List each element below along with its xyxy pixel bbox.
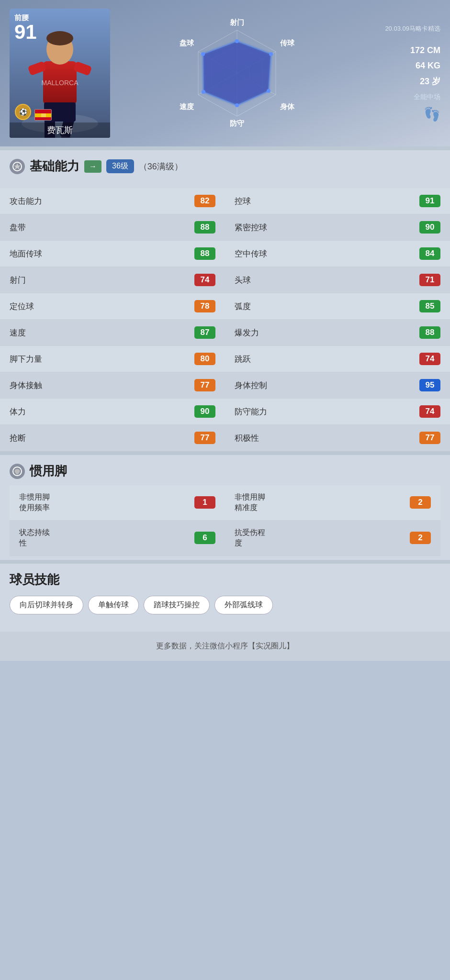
radar-label-top: 射门 — [230, 18, 244, 27]
divider-3 — [0, 560, 450, 564]
basic-ability-level-note: （36满级） — [139, 161, 183, 172]
foot-row: 非惯用脚精准度 2 — [225, 485, 440, 521]
divider-1 — [0, 146, 450, 150]
stat-row: 弧度 85 — [225, 293, 450, 320]
radar-chart: 射门 传球 身体 防守 速度 盘球 — [184, 21, 290, 126]
date-label: 20.03.09马略卡精选 — [369, 24, 440, 33]
stat-name: 定位球 — [10, 301, 34, 312]
radar-label-top-right: 传球 — [280, 39, 294, 48]
foot-label: 抗受伤程度 — [235, 527, 265, 549]
main-content: 基础能力 → 36级 （36满级） 攻击能力 82 控球 91 盘带 88 紧密… — [0, 146, 450, 632]
svg-point-30 — [269, 52, 273, 56]
svg-point-33 — [202, 90, 205, 94]
svg-text:MALLORCA: MALLORCA — [41, 79, 79, 87]
basic-ability-title: 基础能力 → 36级 （36满级） — [10, 158, 440, 175]
stat-name: 脚下力量 — [10, 354, 42, 365]
basic-ability-section: 基础能力 → 36级 （36满级） — [0, 150, 450, 188]
foot-value: 2 — [410, 532, 431, 544]
preferred-foot-section: 惯用脚 非惯用脚使用频率 1 非惯用脚精准度 2 状态持续性 6 抗受伤程度 2 — [0, 455, 450, 560]
player-medal: ⚽ — [14, 103, 32, 121]
foot-row: 状态持续性 6 — [10, 521, 225, 556]
header-card: MALLORCA 前腰 91 ⚽ 费瓦斯 — [0, 0, 450, 146]
skills-tags: 向后切球并转身单触传球踏球技巧操控外部弧线球 — [10, 596, 440, 614]
foot-row: 抗受伤程度 2 — [225, 521, 440, 556]
foot-icon: 👣 — [369, 106, 440, 122]
foot-grid: 非惯用脚使用频率 1 非惯用脚精准度 2 状态持续性 6 抗受伤程度 2 — [10, 485, 440, 556]
svg-point-6 — [46, 31, 73, 45]
stat-row: 地面传球 88 — [0, 241, 225, 267]
radar-label-bottom-left: 速度 — [180, 102, 194, 111]
stat-value: 74 — [194, 274, 215, 286]
divider-2 — [0, 451, 450, 455]
skill-tag[interactable]: 向后切球并转身 — [10, 596, 83, 614]
foot-row: 非惯用脚使用频率 1 — [10, 485, 225, 521]
foot-label: 非惯用脚精准度 — [235, 492, 265, 513]
header-right: 20.03.09马略卡精选 172 CM 64 KG 23 岁 全能中场 👣 — [364, 24, 440, 122]
stat-name: 地面传球 — [10, 248, 42, 259]
stat-name: 抢断 — [10, 433, 26, 444]
basic-ability-arrow[interactable]: → — [84, 160, 101, 173]
stat-name: 紧密控球 — [235, 222, 267, 233]
stat-row: 跳跃 74 — [225, 346, 450, 372]
skills-section: 球员技能 向后切球并转身单触传球踏球技巧操控外部弧线球 — [0, 564, 450, 622]
player-rating: 91 — [14, 22, 37, 42]
skill-tag[interactable]: 单触传球 — [88, 596, 139, 614]
stat-name: 防守能力 — [235, 406, 267, 417]
foot-value: 6 — [194, 532, 215, 544]
radar-label-bottom: 防守 — [230, 119, 244, 128]
svg-rect-17 — [35, 117, 52, 121]
stat-value: 87 — [194, 326, 215, 339]
preferred-foot-title: 惯用脚 — [10, 463, 440, 479]
stat-name: 跳跃 — [235, 354, 251, 365]
basic-ability-icon — [10, 159, 25, 174]
stat-row: 空中传球 84 — [225, 241, 450, 267]
stat-name: 身体控制 — [235, 380, 267, 391]
stat-name: 攻击能力 — [10, 196, 42, 207]
stat-value: 85 — [419, 300, 440, 312]
stat-value: 71 — [419, 274, 440, 286]
stat-row: 脚下力量 80 — [0, 346, 225, 372]
stat-name: 速度 — [10, 327, 26, 338]
player-flag — [34, 109, 52, 121]
svg-rect-15 — [35, 110, 52, 113]
stat-row: 射门 74 — [0, 267, 225, 293]
stat-row: 定位球 78 — [0, 293, 225, 320]
stat-value: 88 — [419, 326, 440, 339]
stat-name: 爆发力 — [235, 327, 259, 338]
stat-row: 紧密控球 90 — [225, 214, 450, 241]
stat-row: 头球 71 — [225, 267, 450, 293]
stat-name: 控球 — [235, 196, 251, 207]
stat-row: 速度 87 — [0, 320, 225, 346]
stat-row: 攻击能力 82 — [0, 188, 225, 214]
basic-ability-label: 基础能力 — [30, 158, 79, 175]
foot-value: 2 — [410, 496, 431, 509]
foot-label: 状态持续性 — [19, 527, 50, 549]
stat-value: 74 — [419, 353, 440, 365]
stat-value: 80 — [194, 353, 215, 365]
skill-tag[interactable]: 踏球技巧操控 — [144, 596, 210, 614]
skill-tag[interactable]: 外部弧线球 — [214, 596, 273, 614]
header-center: 射门 传球 身体 防守 速度 盘球 — [110, 21, 364, 126]
footer-text: 更多数据，关注微信小程序【实况圈儿】 — [156, 642, 294, 650]
svg-rect-18 — [41, 113, 46, 117]
stat-name: 盘带 — [10, 222, 26, 233]
stat-name: 空中传球 — [235, 248, 267, 259]
radar-label-bottom-right: 身体 — [280, 102, 294, 111]
stat-name: 弧度 — [235, 301, 251, 312]
stat-row: 积极性 77 — [225, 425, 450, 451]
stat-value: 82 — [194, 195, 215, 207]
player-role: 全能中场 — [369, 93, 440, 101]
stat-value: 88 — [194, 221, 215, 234]
svg-marker-28 — [203, 41, 271, 105]
preferred-foot-icon — [10, 464, 25, 479]
stat-value: 88 — [194, 247, 215, 260]
svg-point-31 — [267, 89, 270, 93]
stat-row: 身体控制 95 — [225, 372, 450, 399]
stat-value: 91 — [419, 195, 440, 207]
stat-row: 体力 90 — [0, 399, 225, 425]
svg-point-32 — [235, 103, 239, 107]
svg-text:⚽: ⚽ — [19, 108, 28, 116]
player-height: 172 CM 64 KG 23 岁 — [369, 43, 440, 89]
stat-value: 90 — [194, 405, 215, 418]
stat-row: 身体接触 77 — [0, 372, 225, 399]
